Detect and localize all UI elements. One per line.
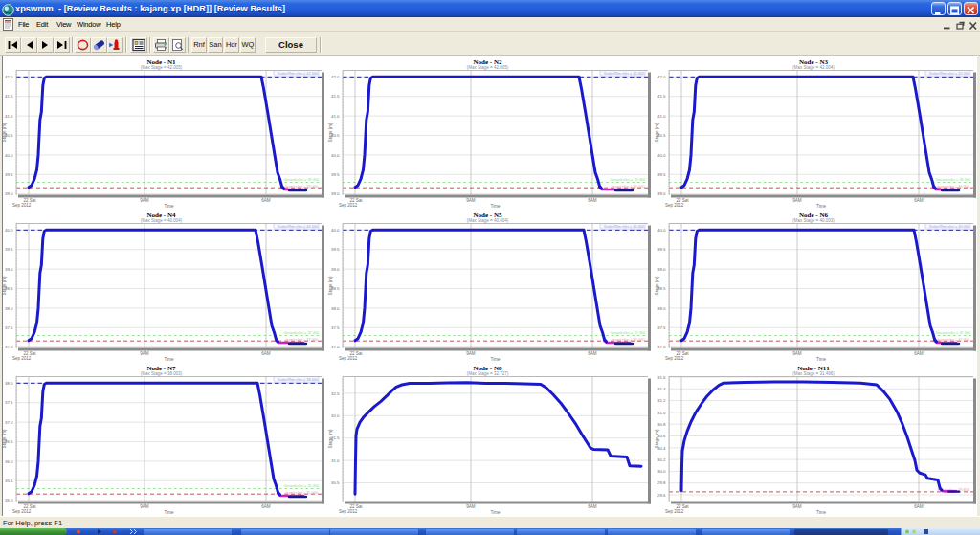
svg-text:Invert elev = 39.000: Invert elev = 39.000 xyxy=(938,185,969,189)
svg-text:Gutter/Rim elev = 42.000: Gutter/Rim elev = 42.000 xyxy=(604,72,644,76)
svg-text:37.0: 37.0 xyxy=(5,345,13,349)
svg-text:39.0: 39.0 xyxy=(331,267,340,272)
svg-text:32.5: 32.5 xyxy=(331,391,340,396)
svg-text:Sep 2012: Sep 2012 xyxy=(665,203,684,208)
svg-text:22 Sat: 22 Sat xyxy=(349,351,363,356)
svg-text:Stage (m): Stage (m) xyxy=(655,429,659,448)
svg-text:31.2: 31.2 xyxy=(657,398,666,403)
svg-text:22 Sat: 22 Sat xyxy=(349,198,363,203)
svg-text:37.5: 37.5 xyxy=(331,325,340,330)
svg-text:Gutter/Rim elev = 40.000: Gutter/Rim elev = 40.000 xyxy=(929,225,969,229)
svg-text:(Max Stage = 42.005): (Max Stage = 42.005) xyxy=(467,65,509,70)
svg-text:Gutter/Rim elev = 42.000: Gutter/Rim elev = 42.000 xyxy=(278,72,318,76)
svg-text:22 Sat: 22 Sat xyxy=(676,504,689,509)
svg-text:Time: Time xyxy=(816,357,826,362)
svg-text:41.5: 41.5 xyxy=(5,94,13,99)
svg-text:22 Sat: 22 Sat xyxy=(23,198,36,203)
svg-text:38.0: 38.0 xyxy=(657,306,666,311)
svg-text:9AM: 9AM xyxy=(466,351,476,356)
svg-text:6AM: 6AM xyxy=(914,351,924,356)
svg-text:Sep 2012: Sep 2012 xyxy=(665,356,684,361)
svg-text:Ground elev = 39.300: Ground elev = 39.300 xyxy=(283,178,319,182)
svg-text:(Max Stage = 40.004): (Max Stage = 40.004) xyxy=(467,218,509,223)
svg-text:(Max Stage = 38.003): (Max Stage = 38.003) xyxy=(141,371,183,376)
svg-text:39.0: 39.0 xyxy=(657,191,666,196)
svg-text:Time: Time xyxy=(165,204,174,209)
svg-text:22 Sat: 22 Sat xyxy=(676,351,689,356)
svg-text:Ground elev = 39.300: Ground elev = 39.300 xyxy=(935,178,970,182)
svg-text:6AM: 6AM xyxy=(914,504,924,509)
svg-text:22 Sat: 22 Sat xyxy=(676,198,689,203)
svg-text:39.5: 39.5 xyxy=(657,172,666,177)
svg-text:Time: Time xyxy=(816,204,826,209)
svg-text:Time: Time xyxy=(165,510,174,515)
svg-text:Ground elev = 37.300: Ground elev = 37.300 xyxy=(610,331,645,335)
svg-text:36.0: 36.0 xyxy=(5,459,13,464)
svg-text:9AM: 9AM xyxy=(792,504,802,509)
svg-text:Invert elev = 37.000: Invert elev = 37.000 xyxy=(612,338,644,342)
svg-text:37.0: 37.0 xyxy=(331,345,340,349)
svg-text:Stage (m): Stage (m) xyxy=(328,123,333,142)
svg-text:40.0: 40.0 xyxy=(331,228,340,233)
svg-text:9AM: 9AM xyxy=(466,504,476,509)
svg-text:29.6: 29.6 xyxy=(657,493,666,498)
svg-text:(Max Stage = 42.004): (Max Stage = 42.004) xyxy=(792,65,835,70)
svg-text:22 Sat: 22 Sat xyxy=(349,504,363,509)
svg-text:(Max Stage = 31.496): (Max Stage = 31.496) xyxy=(792,371,835,376)
svg-text:Sep 2012: Sep 2012 xyxy=(12,356,32,361)
svg-text:Invert elev = 35.000: Invert elev = 35.000 xyxy=(286,491,318,495)
svg-text:42.0: 42.0 xyxy=(657,75,666,79)
svg-text:Time: Time xyxy=(816,510,826,515)
svg-text:38.0: 38.0 xyxy=(331,306,340,311)
svg-text:Sep 2012: Sep 2012 xyxy=(339,509,358,514)
svg-text:35.5: 35.5 xyxy=(5,479,13,483)
svg-text:40.0: 40.0 xyxy=(5,228,13,233)
svg-text:22 Sat: 22 Sat xyxy=(23,504,36,509)
svg-text:30.8: 30.8 xyxy=(657,422,666,427)
svg-text:9AM: 9AM xyxy=(140,351,149,356)
svg-text:9AM: 9AM xyxy=(140,504,149,509)
svg-text:Stage (m): Stage (m) xyxy=(2,123,7,142)
svg-text:38.0: 38.0 xyxy=(5,381,13,386)
svg-text:37.5: 37.5 xyxy=(5,325,13,330)
svg-text:9AM: 9AM xyxy=(792,351,802,356)
svg-text:Stage (m): Stage (m) xyxy=(2,276,7,295)
svg-text:31.6: 31.6 xyxy=(657,375,666,380)
svg-text:Sep 2012: Sep 2012 xyxy=(339,203,358,208)
svg-text:Ground elev = 37.300: Ground elev = 37.300 xyxy=(283,331,319,335)
svg-text:41.0: 41.0 xyxy=(5,114,13,119)
svg-text:Ground elev = 39.300: Ground elev = 39.300 xyxy=(610,178,645,182)
svg-text:Gutter/Rim elev = 40.000: Gutter/Rim elev = 40.000 xyxy=(604,225,644,229)
svg-text:Invert elev = 39.000: Invert elev = 39.000 xyxy=(286,185,318,189)
svg-text:(Max Stage = 32.727): (Max Stage = 32.727) xyxy=(467,371,509,376)
svg-text:39.5: 39.5 xyxy=(331,247,340,252)
svg-text:31.0: 31.0 xyxy=(331,458,340,463)
svg-text:Sep 2012: Sep 2012 xyxy=(339,356,358,361)
svg-text:30.2: 30.2 xyxy=(657,457,666,462)
svg-text:22 Sat: 22 Sat xyxy=(23,351,36,356)
svg-text:Time: Time xyxy=(165,357,174,362)
svg-text:Gutter/Rim elev = 38.000: Gutter/Rim elev = 38.000 xyxy=(278,378,318,382)
svg-text:6AM: 6AM xyxy=(914,198,924,203)
svg-text:Stage (m): Stage (m) xyxy=(2,429,7,448)
svg-text:Sep 2012: Sep 2012 xyxy=(12,509,32,514)
svg-text:30.5: 30.5 xyxy=(331,480,340,485)
svg-text:41.5: 41.5 xyxy=(331,94,340,99)
svg-text:Invert elev = 37.000: Invert elev = 37.000 xyxy=(938,338,969,342)
svg-text:Time: Time xyxy=(491,510,501,515)
svg-text:Stage (m): Stage (m) xyxy=(655,123,659,142)
svg-text:Stage (m): Stage (m) xyxy=(328,276,333,295)
svg-text:41.0: 41.0 xyxy=(657,114,666,119)
svg-text:6AM: 6AM xyxy=(588,504,597,509)
svg-text:42.0: 42.0 xyxy=(5,75,13,79)
svg-text:39.5: 39.5 xyxy=(5,247,13,252)
svg-text:37.5: 37.5 xyxy=(657,325,666,330)
svg-text:29.8: 29.8 xyxy=(657,480,666,485)
svg-text:40.0: 40.0 xyxy=(657,228,666,233)
svg-text:6AM: 6AM xyxy=(261,351,271,356)
svg-text:39.5: 39.5 xyxy=(331,172,340,177)
svg-text:30.0: 30.0 xyxy=(657,469,666,474)
svg-text:Time: Time xyxy=(491,204,501,209)
svg-text:6AM: 6AM xyxy=(588,351,597,356)
svg-text:6AM: 6AM xyxy=(588,198,597,203)
